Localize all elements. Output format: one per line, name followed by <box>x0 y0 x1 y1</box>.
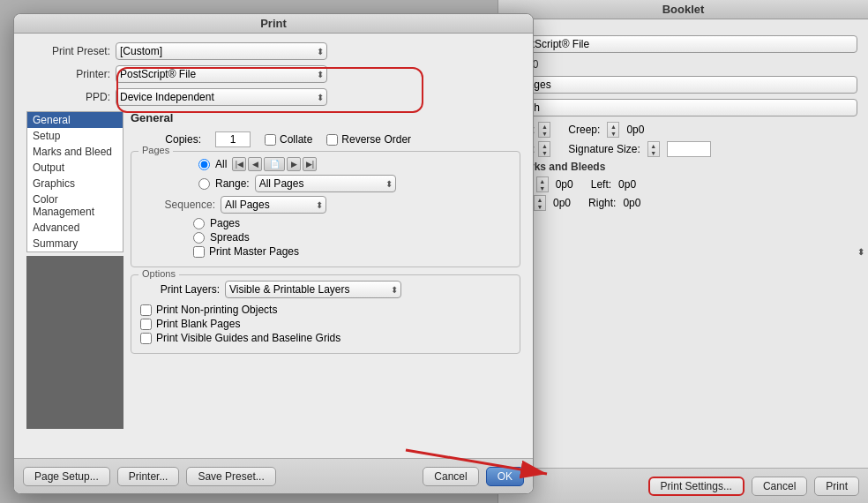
print-settings-button[interactable]: Print Settings... <box>648 477 745 496</box>
nav-buttons: |◀ ◀ 📄 ▶ ▶| <box>232 157 317 171</box>
booklet-printer-select[interactable]: PostScript® File <box>509 35 857 53</box>
stepper-down-icon[interactable]: ▼ <box>539 130 550 137</box>
blank-pages-label: Print Blank Pages <box>156 318 240 330</box>
blank-pages-row: Print Blank Pages <box>140 318 511 330</box>
bottom-stepper-down-icon[interactable]: ▼ <box>535 203 545 210</box>
range-select-wrapper[interactable]: All Pages ⬍ <box>255 175 396 192</box>
pages-range-row: Range: All Pages ⬍ <box>140 175 511 192</box>
sequence-row: Sequence: All Pages Even Pages Odd Pages… <box>140 196 511 214</box>
collate-checkbox[interactable] <box>265 134 276 146</box>
booklet-pages2-stepper[interactable]: ▲ ▼ <box>538 141 550 157</box>
blank-pages-checkbox[interactable] <box>140 319 152 330</box>
copies-row: Copies: Collate Reverse Order <box>131 131 520 147</box>
sidebar-item-output[interactable]: Output <box>27 160 123 176</box>
booklet-cancel-button[interactable]: Cancel <box>752 477 807 496</box>
pages-radio[interactable] <box>193 218 205 229</box>
preset-select-wrapper[interactable]: [Custom] ⬍ <box>116 42 327 60</box>
booklet-printer-arrow-icon: ⬍ <box>857 247 864 257</box>
booklet-marks-header: t Marks and Bleeds <box>509 161 857 173</box>
booklet-allpages-select[interactable]: ll Pages <box>509 76 857 94</box>
sidebar-item-setup[interactable]: Setup <box>27 128 123 144</box>
booklet-allpages-select-wrapper[interactable]: ll Pages <box>509 76 857 94</box>
nav-next-button[interactable]: ▶ <box>287 157 301 171</box>
nav-last-button[interactable]: ▶| <box>303 157 317 171</box>
booklet-printer-select-wrapper[interactable]: PostScript® File <box>509 35 857 53</box>
booklet-stitch-select[interactable]: Stitch <box>509 99 857 116</box>
pages-all-row: All |◀ ◀ 📄 ▶ ▶| <box>140 157 511 171</box>
stepper-up-icon[interactable]: ▲ <box>539 123 550 130</box>
cancel-button[interactable]: Cancel <box>423 467 478 486</box>
nav-prev-button[interactable]: ◀ <box>248 157 262 171</box>
visible-guides-checkbox[interactable] <box>140 333 152 344</box>
booklet-top-stepper[interactable]: ▲ ▼ <box>536 176 549 192</box>
sequence-select-wrapper[interactable]: All Pages Even Pages Odd Pages ⬍ <box>221 196 326 214</box>
copies-input[interactable] <box>215 131 251 147</box>
panel-title: General <box>131 111 520 124</box>
top-stepper-up-icon[interactable]: ▲ <box>537 177 548 184</box>
booklet-pages-stepper[interactable]: ▲ ▼ <box>538 122 550 138</box>
print-master-checkbox[interactable] <box>193 246 205 258</box>
booklet-print-button[interactable]: Print <box>814 477 859 496</box>
booklet-creep-stepper[interactable]: ▲ ▼ <box>607 122 619 138</box>
printer-select[interactable]: PostScript® File <box>116 65 327 83</box>
sidebar-preview <box>26 256 123 429</box>
sidebar-container: General Setup Marks and Bleed Output Gra… <box>26 111 123 429</box>
printer-button[interactable]: Printer... <box>117 467 180 486</box>
booklet-stitch-row: Stitch <box>509 99 857 116</box>
preset-label: Print Preset: <box>26 45 110 57</box>
print-layers-select-wrapper[interactable]: Visible & Printable Layers Visible Layer… <box>225 281 401 298</box>
preset-select[interactable]: [Custom] <box>116 42 327 60</box>
stepper-down2-icon[interactable]: ▼ <box>539 149 550 156</box>
print-master-row: Print Master Pages <box>193 245 511 258</box>
sig-stepper-up-icon[interactable]: ▲ <box>648 142 659 149</box>
reverse-order-checkbox[interactable] <box>326 134 338 146</box>
booklet-bottom-stepper[interactable]: ▲ ▼ <box>534 195 546 211</box>
creep-stepper-up-icon[interactable]: ▲ <box>608 123 618 130</box>
sidebar-item-general[interactable]: General <box>27 112 123 128</box>
sidebar-item-advanced[interactable]: Advanced <box>27 220 123 236</box>
booklet-sig-input[interactable] <box>667 141 711 157</box>
nav-first-button[interactable]: |◀ <box>232 157 246 171</box>
booklet-right-value: 0p0 <box>623 197 640 209</box>
sidebar-item-marks-and-bleed[interactable]: Marks and Bleed <box>27 144 123 160</box>
booklet-top-value: 0p0 <box>556 178 573 191</box>
booklet-right-group: Right: 0p0 <box>588 195 640 211</box>
printer-row: Printer: PostScript® File ⬍ <box>26 65 520 83</box>
options-section-label: Options <box>138 268 179 279</box>
booklet-creep-label: Creep: <box>568 124 600 136</box>
stepper-up2-icon[interactable]: ▲ <box>539 142 550 149</box>
print-layers-row: Print Layers: Visible & Printable Layers… <box>140 281 511 298</box>
options-section: Options Print Layers: Visible & Printabl… <box>131 274 520 354</box>
bottom-stepper-up-icon[interactable]: ▲ <box>535 196 545 203</box>
sequence-select[interactable]: All Pages Even Pages Odd Pages <box>221 196 326 214</box>
preset-row: Print Preset: [Custom] ⬍ <box>26 42 520 60</box>
booklet-stitch-select-wrapper[interactable]: Stitch <box>509 99 857 116</box>
ppd-select[interactable]: Device Independent <box>116 88 327 106</box>
range-select[interactable]: All Pages <box>255 175 396 192</box>
collate-checkbox-row: Collate <box>265 133 312 146</box>
booklet-allpages-row: ll Pages ⬍ <box>509 76 857 94</box>
sidebar-item-graphics[interactable]: Graphics <box>27 176 123 191</box>
pages-all-radio[interactable] <box>198 159 210 170</box>
booklet-sig-stepper[interactable]: ▲ ▼ <box>647 141 660 157</box>
spreads-radio[interactable] <box>193 232 205 244</box>
pages-all-label: All <box>215 158 227 170</box>
page-setup-button[interactable]: Page Setup... <box>23 467 110 486</box>
non-printing-checkbox[interactable] <box>140 304 152 316</box>
booklet-allpages-arrow-icon: ⬍ <box>857 247 864 257</box>
top-stepper-down-icon[interactable]: ▼ <box>537 184 548 191</box>
printer-select-wrapper[interactable]: PostScript® File ⬍ <box>116 65 327 83</box>
spreads-radio-row: Spreads <box>193 231 511 244</box>
sidebar-item-summary[interactable]: Summary <box>27 236 123 252</box>
print-layers-select[interactable]: Visible & Printable Layers Visible Layer… <box>225 281 401 298</box>
creep-stepper-down-icon[interactable]: ▼ <box>608 130 618 137</box>
booklet-left-group: Left: 0p0 <box>591 176 636 192</box>
pages-range-radio[interactable] <box>198 178 210 190</box>
visible-guides-label: Print Visible Guides and Baseline Grids <box>156 332 340 344</box>
ok-button[interactable]: OK <box>486 467 524 486</box>
ppd-select-wrapper[interactable]: Device Independent ⬍ <box>116 88 327 106</box>
save-preset-button[interactable]: Save Preset... <box>186 467 275 486</box>
sig-stepper-down-icon[interactable]: ▼ <box>648 149 659 156</box>
booklet-content: PostScript® File ⬍ · 3250 ll Pages ⬍ Sti… <box>498 19 868 220</box>
sidebar-item-color-management[interactable]: Color Management <box>27 191 123 220</box>
